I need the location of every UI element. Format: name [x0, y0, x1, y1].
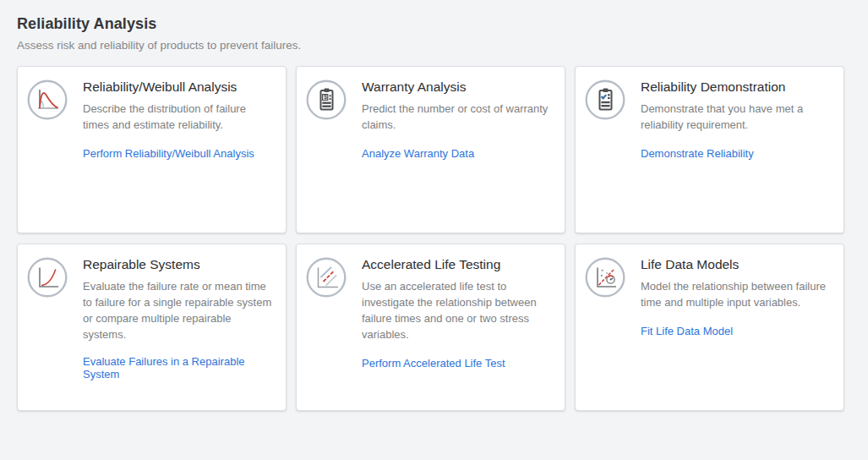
perform-accelerated-life-test-link[interactable]: Perform Accelerated Life Test — [362, 357, 505, 370]
card-title: Life Data Models — [641, 257, 830, 272]
warranty-clipboard-icon: $ — [306, 79, 347, 120]
card-description: Use an accelerated life test to investig… — [362, 278, 551, 342]
card-life-data-models: Life Data Models Model the relationship … — [575, 244, 844, 411]
perform-weibull-analysis-link[interactable]: Perform Reliability/Weibull Analysis — [83, 147, 254, 160]
card-reliability-demonstration: Reliability Demonstration Demonstrate th… — [575, 66, 844, 233]
card-title: Accelerated Life Testing — [362, 257, 551, 272]
demonstrate-reliability-link[interactable]: Demonstrate Reliability — [641, 147, 754, 160]
card-title: Reliability Demonstration — [641, 79, 830, 95]
page-title: Reliability Analysis — [17, 15, 868, 33]
card-warranty-analysis: $ Warranty Analysis Predict the number o… — [296, 66, 565, 233]
card-title: Reliability/Weibull Analysis — [83, 79, 272, 95]
checklist-clipboard-icon — [585, 79, 625, 120]
reliability-analysis-page: Reliability Analysis Assess risk and rel… — [0, 0, 868, 411]
trend-lines-icon — [306, 257, 347, 298]
card-accelerated-life-testing: Accelerated Life Testing Use an accelera… — [296, 244, 565, 411]
card-description: Model the relationship between failure t… — [641, 278, 830, 310]
card-description: Describe the distribution of failure tim… — [83, 101, 272, 133]
card-repairable-systems: Repairable Systems Evaluate the failure … — [17, 244, 287, 411]
analysis-cards-grid: Reliability/Weibull Analysis Describe th… — [17, 66, 868, 411]
scatter-gauge-icon — [585, 257, 625, 298]
card-reliability-weibull-analysis: Reliability/Weibull Analysis Describe th… — [17, 66, 287, 233]
evaluate-repairable-system-link[interactable]: Evaluate Failures in a Repairable System — [83, 355, 272, 381]
card-description: Predict the number or cost of warranty c… — [362, 101, 551, 133]
weibull-curve-icon — [27, 79, 68, 120]
card-description: Demonstrate that you have met a reliabil… — [641, 101, 830, 133]
fit-life-data-model-link[interactable]: Fit Life Data Model — [641, 325, 733, 337]
card-title: Repairable Systems — [83, 257, 272, 272]
page-subtitle: Assess risk and reliability of products … — [17, 39, 868, 52]
card-description: Evaluate the failure rate or mean time t… — [83, 278, 272, 342]
analyze-warranty-data-link[interactable]: Analyze Warranty Data — [362, 147, 474, 160]
growth-curve-icon — [27, 257, 68, 298]
card-title: Warranty Analysis — [362, 79, 551, 95]
